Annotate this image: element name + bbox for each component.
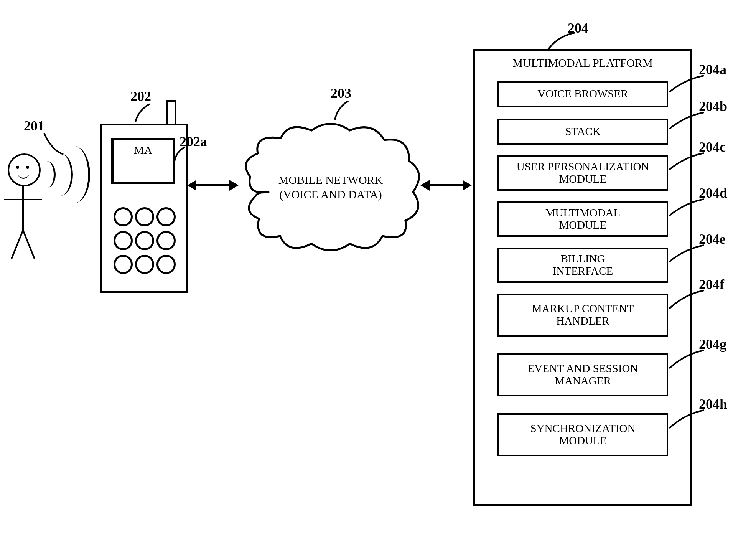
module-label: MULTIMODAL MODULE: [545, 207, 620, 231]
leader-mod-c: [667, 151, 706, 172]
module-label: USER PERSONALIZATION MODULE: [517, 161, 649, 185]
speech-arc-3: [58, 146, 90, 203]
module-label: EVENT AND SESSION MANAGER: [528, 363, 638, 387]
user-leg-r: [11, 230, 24, 259]
cloud-label-line2: (VOICE AND DATA): [235, 187, 427, 202]
arrow-head-right-icon: [463, 180, 472, 191]
user-arms: [4, 199, 42, 200]
module-synchronization: SYNCHRONIZATION MODULE: [497, 413, 668, 456]
module-voice-browser: VOICE BROWSER: [497, 81, 668, 107]
module-event-session: EVENT AND SESSION MANAGER: [497, 353, 668, 396]
arrow-head-left-icon: [420, 180, 430, 191]
phone-key: [114, 207, 133, 226]
module-billing-interface: BILLING INTERFACE: [497, 248, 668, 283]
arrow-phone-cloud: [196, 184, 230, 186]
ref-cloud: 203: [331, 85, 351, 101]
user-leg-l: [22, 230, 35, 259]
ref-phone: 202: [130, 88, 151, 104]
cloud-label: MOBILE NETWORK (VOICE AND DATA): [235, 173, 427, 201]
phone-key: [135, 207, 154, 226]
phone-key: [114, 231, 133, 250]
module-label: SYNCHRONIZATION MODULE: [530, 422, 636, 447]
module-multimodal: MULTIMODAL MODULE: [497, 201, 668, 237]
phone-key: [135, 255, 154, 274]
phone-key: [135, 231, 154, 250]
leader-mod-e: [667, 243, 706, 264]
module-label: VOICE BROWSER: [537, 88, 628, 100]
user-head: [8, 153, 41, 186]
leader-phone: [134, 103, 161, 126]
cloud: MOBILE NETWORK (VOICE AND DATA): [235, 115, 427, 257]
leader-phone-screen: [173, 146, 189, 165]
phone-key: [156, 231, 176, 250]
phone-screen-text: MA: [134, 144, 152, 157]
phone-key: [114, 255, 133, 274]
leader-mod-b: [667, 111, 706, 132]
user-body: [22, 185, 24, 231]
leader-mod-d: [667, 197, 706, 218]
module-stack: STACK: [497, 119, 668, 145]
platform-title: MULTIMODAL PLATFORM: [475, 56, 690, 69]
leader-mod-a: [667, 74, 706, 95]
module-user-personalization: USER PERSONALIZATION MODULE: [497, 155, 668, 191]
leader-mod-h: [667, 408, 706, 431]
platform-panel: MULTIMODAL PLATFORM VOICE BROWSER STACK …: [473, 49, 692, 506]
module-label: MARKUP CONTENT HANDLER: [532, 303, 634, 327]
diagram-canvas: 201 202 MA 202a 203: [0, 0, 756, 533]
leader-mod-f: [667, 289, 706, 312]
phone-key: [156, 255, 176, 274]
ref-user: 201: [24, 118, 44, 134]
module-label: BILLING INTERFACE: [553, 253, 613, 277]
module-markup-handler: MARKUP CONTENT HANDLER: [497, 294, 668, 337]
leader-mod-g: [667, 348, 706, 371]
phone-screen: MA: [111, 138, 175, 184]
module-label: STACK: [565, 125, 601, 138]
arrow-cloud-platform: [429, 184, 463, 186]
cloud-label-line1: MOBILE NETWORK: [235, 173, 427, 187]
arrow-head-left-icon: [187, 180, 196, 191]
phone-key: [156, 207, 176, 226]
